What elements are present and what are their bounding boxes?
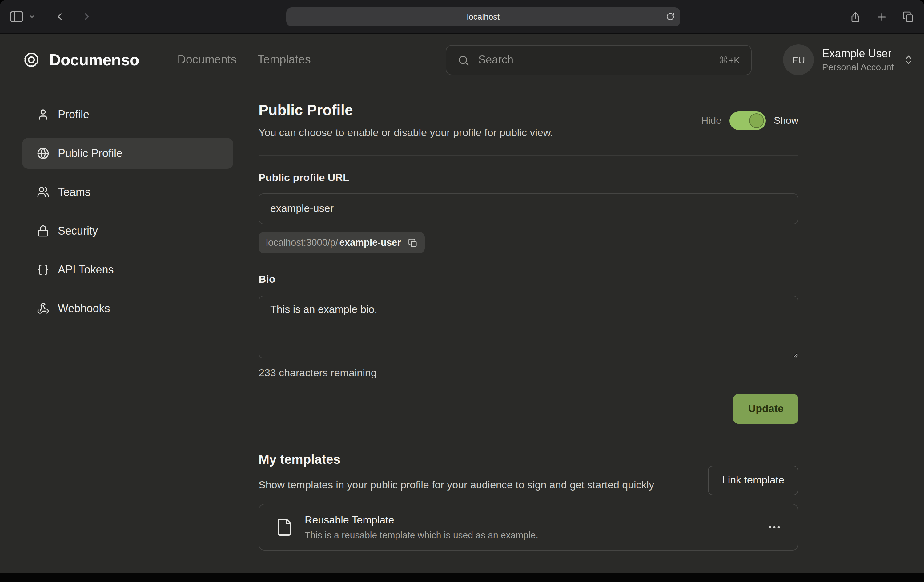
bio-label: Bio xyxy=(259,273,799,286)
user-meta: Example User Personal Account xyxy=(822,47,894,73)
sidebar-item-teams[interactable]: Teams xyxy=(22,177,233,208)
ellipsis-menu-icon[interactable] xyxy=(767,520,782,534)
bio-textarea[interactable]: This is an example bio. xyxy=(259,296,799,359)
sidebar-item-webhooks[interactable]: Webhooks xyxy=(22,293,233,324)
browser-window: localhost Documenso Documents xyxy=(0,0,924,582)
brand[interactable]: Documenso xyxy=(22,50,139,69)
chevrons-up-down-icon xyxy=(903,54,914,65)
sidebar-item-label: Teams xyxy=(58,186,91,198)
braces-icon xyxy=(37,264,49,276)
tab-overview-icon[interactable] xyxy=(903,11,914,23)
my-templates-description: Show templates in your public profile fo… xyxy=(259,477,683,493)
visibility-toggle-group: Hide Show xyxy=(701,111,799,130)
profile-url-slug: example-user xyxy=(339,237,401,248)
user-menu[interactable]: EU Example User Personal Account xyxy=(783,45,924,75)
toggle-knob xyxy=(749,113,764,128)
settings-sidebar: Profile Public Profile Teams Security AP… xyxy=(22,99,233,324)
new-tab-icon[interactable] xyxy=(876,11,888,23)
user-name: Example User xyxy=(822,47,894,61)
link-template-button[interactable]: Link template xyxy=(708,466,799,495)
copy-icon[interactable] xyxy=(408,238,417,247)
webhook-icon xyxy=(37,303,49,315)
chevron-down-icon[interactable] xyxy=(29,13,35,20)
profile-url-prefix: localhost:3000/p/ xyxy=(266,237,338,248)
address-bar[interactable]: localhost xyxy=(286,7,680,26)
back-icon[interactable] xyxy=(54,11,65,22)
template-card-text: Reusable Template This is a reusable tem… xyxy=(305,513,538,541)
sidebar-item-label: Public Profile xyxy=(58,147,122,160)
sidebar-item-label: API Tokens xyxy=(58,263,114,276)
reload-icon[interactable] xyxy=(666,12,675,21)
template-title: Reusable Template xyxy=(305,513,538,527)
brand-name: Documenso xyxy=(49,50,139,69)
hide-label: Hide xyxy=(701,115,721,126)
profile-visibility-toggle[interactable] xyxy=(729,111,766,130)
my-templates-title: My templates xyxy=(259,452,799,467)
search-bar[interactable]: ⌘+K xyxy=(446,45,752,75)
template-card[interactable]: Reusable Template This is a reusable tem… xyxy=(259,504,799,551)
show-label: Show xyxy=(774,115,799,126)
users-icon xyxy=(37,186,49,198)
user-icon xyxy=(37,108,49,121)
characters-remaining: 233 characters remaining xyxy=(259,367,799,379)
search-input[interactable] xyxy=(477,53,712,67)
nav-templates[interactable]: Templates xyxy=(257,53,310,66)
address-bar-text: localhost xyxy=(467,12,500,21)
browser-toolbar: localhost xyxy=(0,0,924,34)
file-icon xyxy=(275,518,294,536)
window-bottom-strip xyxy=(0,574,924,582)
search-shortcut: ⌘+K xyxy=(719,55,740,66)
public-profile-settings: Public Profile You can choose to enable … xyxy=(259,86,799,551)
profile-url-preview: localhost:3000/p/ example-user xyxy=(259,232,425,253)
app-header: Documenso Documents Templates ⌘+K EU Exa… xyxy=(0,34,924,86)
documenso-logo-icon xyxy=(22,51,41,69)
section-divider xyxy=(259,155,799,156)
sidebar-item-public-profile[interactable]: Public Profile xyxy=(22,138,233,169)
sidebar-item-label: Webhooks xyxy=(58,302,110,315)
sidebar-item-label: Security xyxy=(58,225,98,237)
share-icon[interactable] xyxy=(850,11,861,23)
sidebar-item-label: Profile xyxy=(58,108,89,121)
public-profile-url-label: Public profile URL xyxy=(259,172,799,184)
nav-documents[interactable]: Documents xyxy=(177,53,236,66)
avatar: EU xyxy=(783,45,814,75)
main-nav: Documents Templates xyxy=(177,53,310,66)
user-account-type: Personal Account xyxy=(822,61,894,73)
search-icon xyxy=(457,54,470,66)
avatar-initials: EU xyxy=(792,55,805,65)
forward-icon[interactable] xyxy=(81,11,92,22)
lock-icon xyxy=(37,225,49,237)
sidebar-toggle-icon[interactable] xyxy=(10,11,23,22)
sidebar-item-security[interactable]: Security xyxy=(22,215,233,246)
template-description: This is a reusable template which is use… xyxy=(305,529,538,541)
sidebar-item-api-tokens[interactable]: API Tokens xyxy=(22,255,233,285)
sidebar-item-profile[interactable]: Profile xyxy=(22,99,233,130)
update-button[interactable]: Update xyxy=(733,394,799,424)
globe-icon xyxy=(37,147,49,159)
public-profile-url-input[interactable] xyxy=(259,193,799,224)
